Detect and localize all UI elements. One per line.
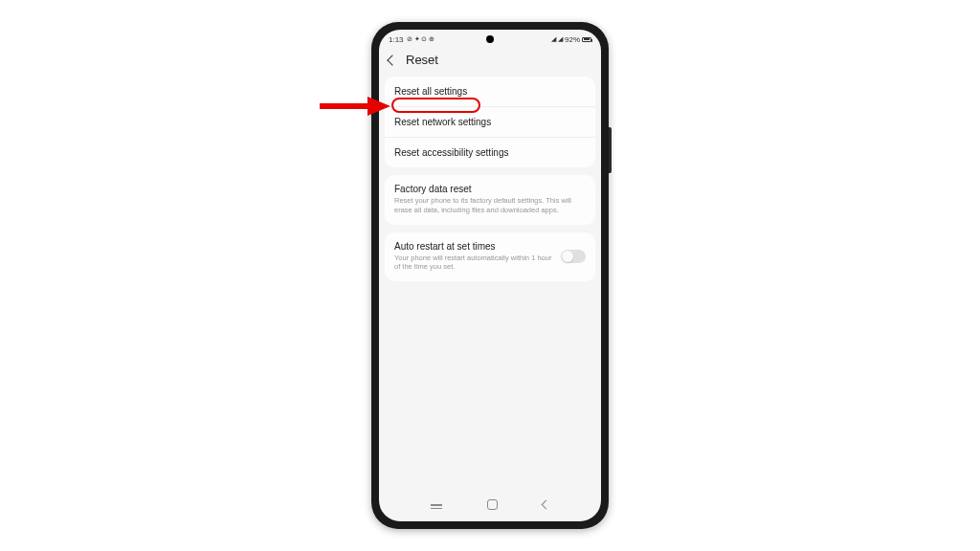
navigation-bar xyxy=(379,490,601,521)
settings-group: Factory data reset Reset your phone to i… xyxy=(385,175,595,225)
signal-icon: ◢ xyxy=(558,35,563,43)
list-item-description: Reset your phone to its factory default … xyxy=(394,196,586,215)
factory-data-reset-item[interactable]: Factory data reset Reset your phone to i… xyxy=(385,175,595,225)
phone-side-button xyxy=(609,127,612,173)
svg-marker-1 xyxy=(368,97,390,116)
back-icon[interactable] xyxy=(387,55,397,65)
list-item-label: Reset all settings xyxy=(394,86,467,97)
phone-frame: 1:13 ⊘ ✦ ⊙ ⊕ ◢ ◢ 92% Reset Reset all set… xyxy=(371,22,609,529)
list-item-description: Your phone will restart automatically wi… xyxy=(394,253,553,273)
page-title: Reset xyxy=(406,53,438,67)
reset-network-settings-item[interactable]: Reset network settings xyxy=(385,107,595,138)
content-area: Reset all settings Reset network setting… xyxy=(379,77,601,490)
reset-all-settings-item[interactable]: Reset all settings xyxy=(385,77,595,107)
list-item-label: Reset accessibility settings xyxy=(394,147,509,158)
battery-percent: 92% xyxy=(565,35,580,44)
auto-restart-toggle[interactable] xyxy=(561,250,586,263)
nav-home-icon[interactable] xyxy=(487,499,498,510)
auto-restart-item[interactable]: Auto restart at set times Your phone wil… xyxy=(385,232,595,282)
page-header: Reset xyxy=(379,47,601,77)
list-item-label: Auto restart at set times xyxy=(394,241,553,252)
wifi-icon: ◢ xyxy=(551,35,556,43)
arrow-annotation-icon xyxy=(318,96,392,117)
status-indicator-icon: ⊘ ✦ ⊙ ⊕ xyxy=(407,35,435,43)
camera-notch xyxy=(486,35,494,43)
nav-back-icon[interactable] xyxy=(542,500,551,510)
settings-group: Reset all settings Reset network setting… xyxy=(385,77,595,167)
status-time: 1:13 xyxy=(389,35,404,44)
list-item-label: Factory data reset xyxy=(394,184,586,194)
settings-group: Auto restart at set times Your phone wil… xyxy=(385,232,595,282)
reset-accessibility-settings-item[interactable]: Reset accessibility settings xyxy=(385,138,595,167)
phone-screen: 1:13 ⊘ ✦ ⊙ ⊕ ◢ ◢ 92% Reset Reset all set… xyxy=(379,30,601,521)
list-item-label: Reset network settings xyxy=(394,117,491,127)
nav-recent-icon[interactable] xyxy=(431,504,442,506)
battery-icon xyxy=(582,37,591,42)
